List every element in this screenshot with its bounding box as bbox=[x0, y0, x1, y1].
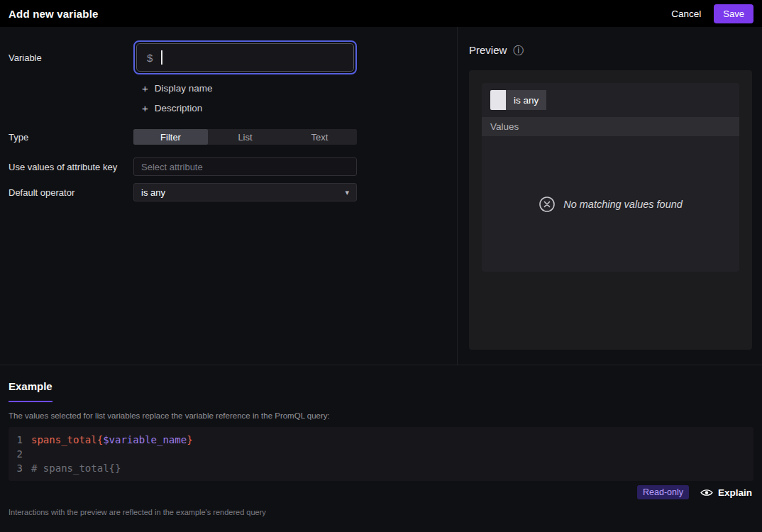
cancel-button[interactable]: Cancel bbox=[671, 9, 701, 19]
plus-icon: + bbox=[142, 83, 148, 94]
code-token: } bbox=[187, 434, 192, 445]
preview-panel: is any Values No matching values found bbox=[469, 70, 752, 350]
attribute-key-label: Use values of attribute key bbox=[0, 162, 133, 172]
add-description-button[interactable]: + Description bbox=[142, 103, 457, 113]
code-token-variable: $variable_name bbox=[103, 434, 187, 445]
explain-label: Explain bbox=[718, 487, 752, 498]
preview-column: Preview ⓘ is any Values No matching valu… bbox=[458, 27, 762, 365]
code-line: 2 bbox=[9, 447, 753, 461]
variable-name-input[interactable]: $ bbox=[133, 40, 357, 74]
chevron-down-icon: ▾ bbox=[345, 188, 349, 197]
type-option-text[interactable]: Text bbox=[282, 129, 357, 145]
preview-values-list: is any Values No matching values found bbox=[482, 83, 739, 272]
dialog-header: Add new variable Cancel Save bbox=[0, 0, 762, 27]
code-toolbar: Read-only Explain bbox=[9, 481, 753, 504]
add-display-name-button[interactable]: + Display name bbox=[142, 83, 457, 94]
readonly-badge: Read-only bbox=[637, 485, 689, 499]
page-title: Add new variable bbox=[9, 8, 99, 20]
preview-header: Preview ⓘ bbox=[469, 44, 752, 56]
info-icon: ⓘ bbox=[513, 45, 524, 55]
code-token-comment: # spans_total{} bbox=[31, 461, 121, 475]
empty-state: No matching values found bbox=[482, 136, 739, 272]
line-number: 2 bbox=[9, 447, 31, 461]
default-operator-value: is any bbox=[141, 187, 165, 198]
example-footer-note: Interactions with the preview are reflec… bbox=[9, 508, 753, 516]
header-actions: Cancel Save bbox=[671, 4, 753, 23]
save-button[interactable]: Save bbox=[714, 4, 753, 23]
default-operator-label: Default operator bbox=[0, 187, 133, 198]
variable-type-row: Type Filter List Text bbox=[0, 129, 457, 145]
empty-state-message: No matching values found bbox=[563, 199, 683, 210]
add-description-label: Description bbox=[155, 103, 203, 113]
eye-icon bbox=[700, 488, 713, 497]
add-display-name-label: Display name bbox=[155, 83, 213, 94]
line-number: 3 bbox=[9, 461, 31, 475]
attribute-key-input[interactable] bbox=[133, 157, 357, 176]
code-line: 1 spans_total{$variable_name} bbox=[9, 433, 753, 447]
dollar-prefix: $ bbox=[147, 52, 153, 64]
promql-code-editor[interactable]: 1 spans_total{$variable_name} 2 3 # span… bbox=[9, 427, 753, 481]
example-section: Example The values selected for list var… bbox=[0, 365, 762, 516]
explain-button[interactable]: Explain bbox=[700, 487, 752, 498]
attribute-key-row: Use values of attribute key bbox=[0, 157, 457, 176]
line-number: 1 bbox=[9, 433, 31, 447]
main-area: Variable $ + Display name + Description bbox=[0, 27, 762, 365]
variable-type-segmented-control: Filter List Text bbox=[133, 129, 357, 145]
default-operator-select[interactable]: is any ▾ bbox=[133, 183, 357, 201]
type-option-filter[interactable]: Filter bbox=[133, 129, 208, 145]
plus-icon: + bbox=[142, 103, 148, 113]
variable-form: Variable $ + Display name + Description bbox=[0, 27, 458, 365]
select-all-checkbox[interactable] bbox=[490, 90, 506, 110]
variable-name-label: Variable bbox=[0, 52, 133, 63]
type-option-list[interactable]: List bbox=[208, 129, 282, 145]
default-operator-row: Default operator is any ▾ bbox=[0, 183, 457, 201]
optional-field-links: + Display name + Description bbox=[142, 83, 457, 113]
tab-example[interactable]: Example bbox=[9, 380, 53, 402]
preview-title: Preview bbox=[469, 44, 507, 56]
variable-type-label: Type bbox=[0, 132, 133, 143]
code-line: 3 # spans_total{} bbox=[9, 461, 753, 475]
preview-filter-row: is any bbox=[482, 83, 739, 117]
code-token: spans_total{ bbox=[31, 434, 103, 445]
text-cursor bbox=[161, 50, 162, 65]
operator-chip[interactable]: is any bbox=[506, 90, 546, 110]
circle-x-icon bbox=[539, 196, 556, 213]
variable-name-row: Variable $ bbox=[0, 40, 457, 74]
example-description: The values selected for list variables r… bbox=[9, 411, 753, 420]
values-column-header: Values bbox=[482, 117, 739, 136]
